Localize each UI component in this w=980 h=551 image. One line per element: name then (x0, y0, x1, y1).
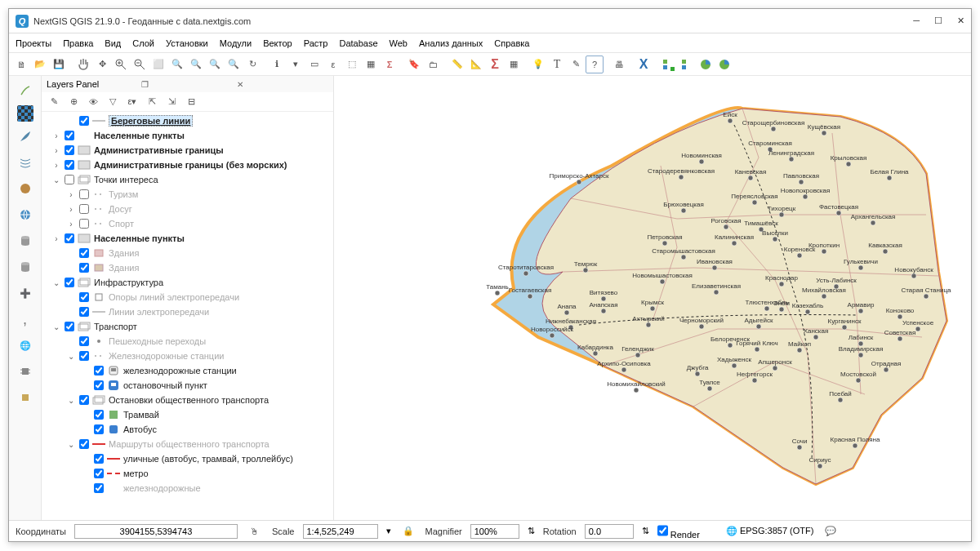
layer-checkbox[interactable] (65, 145, 74, 155)
layer-checkbox[interactable] (79, 248, 89, 258)
vector-file-icon[interactable] (14, 79, 37, 102)
layer-checkbox[interactable] (65, 160, 74, 170)
help-icon[interactable]: ? (586, 56, 604, 73)
menu-проекты[interactable]: Проекты (16, 38, 51, 48)
identify-arrow-icon[interactable]: ▾ (287, 56, 305, 73)
expander-icon[interactable]: › (51, 131, 61, 140)
menu-растр[interactable]: Растр (304, 38, 328, 48)
scale-dropdown-icon[interactable]: ▾ (386, 526, 391, 536)
menu-слой[interactable]: Слой (132, 38, 154, 48)
menu-установки[interactable]: Установки (166, 38, 208, 48)
zoom-selection-icon[interactable]: 🔍 (168, 56, 186, 73)
print-icon[interactable]: 🖶 (610, 56, 628, 73)
expander-icon[interactable]: ⌄ (51, 176, 61, 184)
plugin-x-icon[interactable]: X (635, 56, 653, 73)
add-layer-icon[interactable]: ➕ (14, 282, 37, 304)
expander-icon[interactable]: › (66, 190, 76, 199)
calc-icon[interactable]: Σ (381, 56, 399, 73)
layer-checkbox[interactable] (94, 366, 104, 375)
layer-checkbox[interactable] (65, 278, 74, 287)
layer-row[interactable]: ›Спорт (43, 216, 332, 231)
feather-icon[interactable] (14, 125, 37, 148)
zoom-last-icon[interactable]: 🔍 (206, 56, 224, 73)
expand-icon[interactable]: ⇱ (143, 93, 161, 111)
menu-вектор[interactable]: Вектор (263, 38, 292, 48)
tips-icon[interactable]: 💡 (529, 56, 547, 73)
layers-panel-header[interactable]: Layers Panel ❐ ✕ (42, 76, 333, 92)
layer-checkbox[interactable] (79, 219, 89, 229)
map-canvas[interactable]: ЕйскСтарощербиновскаяКущёвскаяСтароминск… (334, 76, 971, 520)
pan-selection-icon[interactable]: ✥ (93, 56, 111, 73)
mouse-icon[interactable]: 🖱 (246, 522, 264, 540)
expander-icon[interactable]: ⌄ (66, 352, 76, 361)
layer-row[interactable]: железнодорожные (43, 481, 332, 495)
layer-row[interactable]: ›Досуг (43, 202, 332, 216)
pan-icon[interactable] (74, 56, 92, 73)
database-icon[interactable] (14, 229, 37, 252)
select-icon[interactable]: ▭ (305, 56, 323, 73)
layer-checkbox[interactable] (94, 424, 104, 434)
coord-input[interactable] (74, 524, 238, 539)
open-project-icon[interactable]: 📂 (31, 56, 49, 73)
layer-checkbox[interactable] (79, 439, 89, 449)
expander-icon[interactable]: › (66, 220, 76, 229)
layer-row[interactable]: ⌄Точки интереса (43, 172, 332, 187)
mag-stepper-icon[interactable]: ⇅ (528, 526, 535, 536)
remove-icon[interactable]: ⊟ (182, 93, 200, 111)
layer-row[interactable]: Пешеходные переходы (43, 334, 332, 349)
panel-close-icon[interactable]: ✕ (237, 80, 328, 89)
layer-row[interactable]: Опоры линий электропередачи (43, 290, 332, 304)
layer-row[interactable]: ›Туризм (43, 187, 332, 202)
layer-row[interactable]: железнодорожные станции (43, 363, 332, 378)
expander-icon[interactable]: ⌄ (66, 440, 76, 449)
filter-icon[interactable]: ▽ (104, 93, 122, 111)
layer-row[interactable]: ›Административные границы (43, 143, 332, 158)
menu-справка[interactable]: Справка (494, 38, 529, 48)
layer-row[interactable]: ›Населенные пункты (43, 128, 332, 143)
globe-icon[interactable] (14, 203, 37, 226)
chip-icon[interactable] (14, 360, 37, 383)
magnifier-input[interactable] (470, 524, 519, 539)
database2-icon[interactable] (14, 256, 37, 278)
menu-правка[interactable]: Правка (63, 38, 93, 48)
layer-checkbox[interactable] (79, 189, 89, 199)
scale-input[interactable] (303, 524, 378, 539)
refresh-icon[interactable]: ↻ (243, 56, 261, 73)
layer-row[interactable]: ⌄Маршруты общественного транспорта (43, 437, 332, 451)
layer-row[interactable]: ⌄Остановки общественного транспорта (43, 393, 332, 407)
layer-row[interactable]: ›Населенные пункты (43, 231, 332, 246)
zoom-next-icon[interactable]: 🔍 (225, 56, 243, 73)
ruler-icon[interactable]: ▦ (505, 56, 523, 73)
checkered-icon[interactable] (17, 105, 33, 122)
expander-icon[interactable]: ⌄ (66, 396, 76, 405)
render-checkbox-label[interactable]: Render (657, 523, 700, 540)
layer-row[interactable]: Здания (43, 260, 332, 275)
globe-db-icon[interactable]: 🌐 (14, 334, 37, 357)
layer-row[interactable]: ⌄Инфраструктура (43, 275, 332, 290)
menu-вид[interactable]: Вид (105, 38, 121, 48)
layer-row[interactable]: Автобус (43, 422, 332, 437)
layer-row[interactable]: Трамвай (43, 407, 332, 422)
layer-row[interactable]: ⌄Железнодорожные станции (43, 349, 332, 363)
zoom-out-icon[interactable] (131, 56, 149, 73)
expander-icon[interactable]: ⌄ (51, 322, 61, 331)
visibility-icon[interactable]: 👁 (84, 93, 102, 111)
layer-checkbox[interactable] (94, 483, 104, 493)
expander-icon[interactable]: › (51, 161, 61, 170)
style-icon[interactable]: ✎ (45, 93, 63, 111)
menu-web[interactable]: Web (390, 38, 408, 48)
save-project-icon[interactable]: 💾 (50, 56, 68, 73)
annotation-icon[interactable]: ✎ (567, 56, 585, 73)
layer-row[interactable]: Береговые линии (43, 113, 332, 128)
sigma-icon[interactable]: Σ (486, 56, 504, 73)
layer-tree[interactable]: Береговые линии›Населенные пункты›Админи… (42, 112, 333, 520)
layer-checkbox[interactable] (65, 233, 74, 243)
layer-row[interactable]: остановочный пункт (43, 378, 332, 393)
nextgis-add-icon[interactable] (659, 56, 677, 73)
layer-row[interactable]: метро (43, 466, 332, 481)
layer-row[interactable]: Линии электропередачи (43, 304, 332, 319)
layer-checkbox[interactable] (65, 322, 74, 331)
comma-icon[interactable]: , (14, 308, 37, 331)
layer-checkbox[interactable] (79, 351, 89, 361)
rotation-input[interactable] (585, 524, 634, 539)
